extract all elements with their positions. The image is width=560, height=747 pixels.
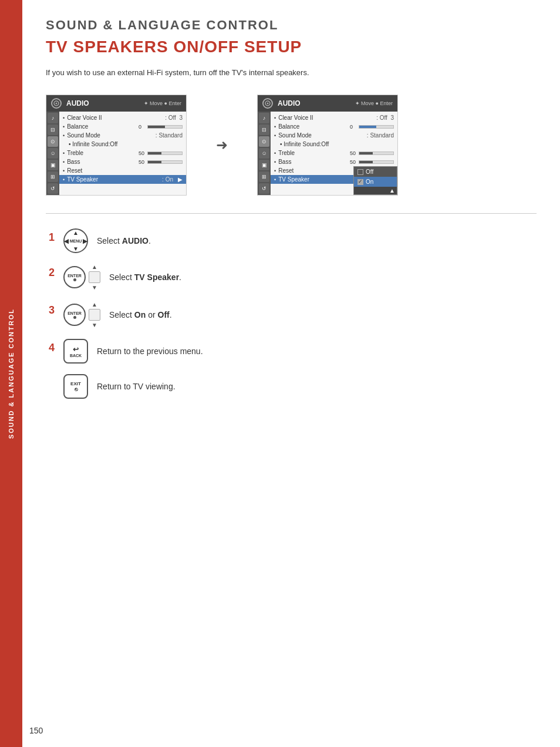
dropdown-item-off: Off [354,167,397,177]
exit-label: EXIT [70,381,81,386]
right-item-balance: • Balance 0 [271,122,397,131]
right-arrow-icon: ▶ [83,238,87,244]
exit-text: Return to TV viewing. [97,382,176,391]
left-item-clearvoice: • Clear Voice II : Off 3 [59,113,186,122]
step-4-buttons: ↩ BACK [63,339,88,364]
left-panel: AUDIO ✦ Move ● Enter ♪ ⊟ ⊙ ☺ ▣ ⊞ ↺ • Cle… [46,95,187,196]
step-3-up-arrow: ▲ [92,301,97,308]
icon-tv: ▣ [48,160,58,170]
step-2-buttons: ENTER ▲ ▼ [63,264,100,291]
step-3-row: 3 ENTER ▲ ▼ Select On or Off. [46,301,537,328]
step-3-down-arrow: ▼ [92,322,97,328]
right-panel-icon [262,98,273,109]
step-2-text: Select TV Speaker. [109,272,181,282]
left-item-tvspeaker: • TV Speaker : On ▶ [59,175,186,184]
exit-row: 5 EXIT ⎋ Return to TV viewing. [46,374,537,399]
menu-label: MENU [70,239,82,243]
page-title: TV SPEAKERS ON/OFF SETUP [46,38,537,56]
right-panel-header: AUDIO ✦ Move ● Enter [258,95,397,112]
enter-button-2[interactable]: ENTER [63,304,86,326]
icon-sound: ♪ [48,113,58,123]
back-arrow-icon: ↩ [73,345,79,354]
right-icon-back: ↺ [259,183,269,194]
step-2-up-arrow: ▲ [92,264,97,270]
checkbox-on-icon [357,179,363,185]
left-panel-body: ♪ ⊟ ⊙ ☺ ▣ ⊞ ↺ • Clear Voice II : Off 3 • [46,112,186,195]
right-panel-icons: ♪ ⊟ ⊙ ☺ ▣ ⊞ ↺ [258,112,271,195]
enter-label-2: ENTER [68,311,82,315]
exit-buttons: EXIT ⎋ [63,374,88,399]
exit-button[interactable]: EXIT ⎋ [63,374,88,399]
right-panel: AUDIO ✦ Move ● Enter ♪ ⊟ ⊙ ☺ ▣ ⊞ ↺ • Cle… [257,95,398,196]
left-item-balance: • Balance 0 [59,122,186,131]
sidebar-label: SOUND & LANGUAGE CONTROL [8,308,15,439]
step-1-text: Select AUDIO. [97,236,151,245]
back-label: BACK [70,354,82,358]
right-item-bass: • Bass 50 [271,157,397,166]
right-icon-settings: ⊞ [259,171,269,182]
step-2-down-arrow: ▼ [92,284,97,291]
left-item-soundmode: • Sound Mode : Standard [59,131,186,140]
panels-row: AUDIO ✦ Move ● Enter ♪ ⊟ ⊙ ☺ ▣ ⊞ ↺ • Cle… [46,95,537,196]
icon-settings: ⊞ [48,171,58,182]
right-icon-balance: ⊟ [259,124,269,135]
step-3-number: 3 [46,304,55,317]
left-arrow-icon: ◀ [64,238,69,244]
step-2-nav: ▲ ▼ [89,264,100,291]
icon-back: ↺ [48,183,58,194]
left-item-infinitesound: • Infinite Sound:Off [59,140,186,149]
left-item-bass: • Bass 50 [59,157,186,166]
step-3-buttons: ENTER ▲ ▼ [63,301,100,328]
right-panel-title: AUDIO [278,99,350,107]
step-3-text: Select On or Off. [109,310,172,319]
right-item-treble: • Treble 50 [271,149,397,157]
icon-balance: ⊟ [48,124,58,135]
left-panel-title: AUDIO [66,99,139,107]
step-1-number: 1 [46,231,55,244]
left-panel-icon [51,98,62,109]
step-1-buttons: ▲ ◀ MENU ▶ ▼ [63,228,88,253]
subtitle-text: If you wish to use an external Hi-Fi sys… [46,68,537,77]
back-button[interactable]: ↩ BACK [63,339,88,364]
exit-icon: ⎋ [75,386,77,392]
enter-dot-2 [73,316,76,319]
enter-label: ENTER [68,274,82,278]
step-4-text: Return to the previous menu. [97,346,203,356]
enter-button-1[interactable]: ENTER [63,266,86,288]
right-item-soundmode: • Sound Mode : Standard [271,131,397,140]
right-item-clearvoice: • Clear Voice II : Off 3 [271,113,397,122]
step-3-nav: ▲ ▼ [89,301,100,328]
steps-container: 1 ▲ ◀ MENU ▶ ▼ Select AUDIO. [46,228,537,399]
left-panel-icons: ♪ ⊟ ⊙ ☺ ▣ ⊞ ↺ [46,112,59,195]
left-panel-items: • Clear Voice II : Off 3 • Balance 0 • [59,112,186,195]
left-panel-header: AUDIO ✦ Move ● Enter [46,95,186,112]
left-item-reset: • Reset [59,166,186,175]
left-panel-controls: ✦ Move ● Enter [144,100,181,106]
right-icon-voice: ☺ [259,148,269,159]
enter-dot [73,278,76,281]
right-icon-active: ⊙ [259,136,269,147]
page-number: 150 [29,726,43,735]
dropdown-item-on: On [354,177,397,187]
step-4-number: 4 [46,342,55,354]
down-arrow-icon: ▼ [70,244,82,254]
left-item-treble: • Treble 50 [59,149,186,157]
up-arrow-icon: ▲ [70,228,82,238]
dropdown-popup: Off On ▲ [353,166,397,195]
step-2-number: 2 [46,267,55,279]
step-1-row: 1 ▲ ◀ MENU ▶ ▼ Select AUDIO. [46,228,537,253]
svg-point-3 [267,103,269,105]
sidebar: SOUND & LANGUAGE CONTROL [0,0,22,747]
right-icon-tv: ▣ [259,160,269,170]
step-3-nav-box [89,309,100,321]
step-2-row: 2 ENTER ▲ ▼ Select TV Speaker. [46,264,537,291]
right-panel-controls: ✦ Move ● Enter [355,100,393,106]
arrow-right: ➜ [216,137,228,153]
step-4-row: 4 ↩ BACK Return to the previous menu. [46,339,537,364]
right-icon-sound: ♪ [259,113,269,123]
step-2-nav-box [89,271,100,283]
icon-voice: ☺ [48,148,58,159]
svg-point-1 [56,103,58,105]
menu-button[interactable]: ▲ ◀ MENU ▶ ▼ [63,228,88,253]
checkbox-off-icon [357,169,363,175]
